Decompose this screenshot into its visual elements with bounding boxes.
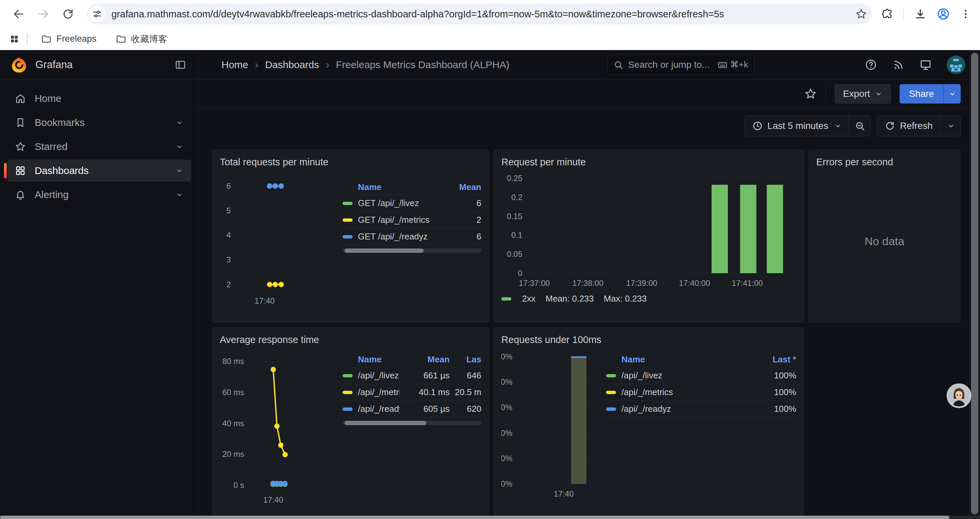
svg-text:0.15: 0.15 [507, 212, 522, 221]
bookmark-folder-blogs[interactable]: 收藏博客 [110, 30, 173, 48]
series-name[interactable]: 2xx [522, 294, 535, 304]
series-value: 40.1 ms [399, 387, 450, 398]
search-input[interactable]: Search or jump to... ⌘+k [607, 55, 754, 75]
url-bar[interactable]: grafana.mathmast.com/d/deytv4rwavabkb/fr… [87, 4, 872, 24]
share-button[interactable]: Share [900, 84, 943, 104]
extensions-button[interactable] [881, 8, 893, 20]
series-name[interactable]: /api/_/metrics [621, 387, 749, 398]
time-range-label: Last 5 minutes [767, 121, 828, 131]
legend-row[interactable]: /api/_/livez100% [606, 367, 796, 384]
sidebar-item-starred[interactable]: Starred [7, 136, 191, 158]
sidebar-toggle-button[interactable] [175, 59, 186, 71]
vertical-scrollbar[interactable] [969, 50, 980, 516]
series-value: 605 µs [399, 404, 450, 414]
floating-assistant-avatar[interactable] [947, 383, 971, 408]
legend-inline[interactable]: 2xx Mean: 0.233 Max: 0.233 [501, 294, 796, 304]
news-button[interactable] [892, 58, 905, 71]
zoom-out-button[interactable] [849, 116, 870, 136]
svg-text:17:40:00: 17:40:00 [679, 278, 710, 287]
header-icons [865, 56, 965, 74]
vertical-scrollbar-thumb[interactable] [971, 53, 978, 514]
request-per-minute-chart[interactable]: 0.250.20.150.10.05017:37:0017:38:0017:39… [501, 171, 797, 288]
user-avatar[interactable] [947, 56, 965, 74]
panel-title[interactable]: Request per minute [501, 155, 796, 169]
svg-text:100%: 100% [501, 352, 512, 361]
sidebar-nav: Home Bookmarks Starred Dashboards [0, 80, 199, 214]
bookmark-folder-freeleaps[interactable]: Freeleaps [35, 31, 102, 47]
legend-table[interactable]: NameMeanLas/api/_/livez661 µs646/api/_/m… [342, 352, 481, 514]
profile-button[interactable] [937, 7, 950, 21]
svg-text:0: 0 [518, 268, 522, 278]
refresh-interval-button[interactable] [940, 116, 960, 136]
under-100ms-chart[interactable]: 100%80%60%40%20%0%17:40 [501, 347, 601, 514]
forward-icon [37, 8, 50, 21]
series-value: 100% [749, 370, 796, 381]
apps-grid-icon[interactable] [10, 34, 19, 44]
sidebar-item-dashboards[interactable]: Dashboards [7, 160, 191, 182]
kiosk-button[interactable] [919, 58, 932, 71]
average-response-chart[interactable]: 80 ms60 ms40 ms20 ms0 s17:40 [220, 347, 339, 514]
export-button[interactable]: Export [835, 84, 891, 104]
back-button[interactable] [10, 5, 27, 23]
series-name[interactable]: /api/_/livez [621, 370, 749, 381]
bookmark-star-icon[interactable] [855, 8, 867, 20]
legend-row[interactable]: /api/_/metrics40.1 ms20.5 m [342, 384, 481, 401]
total-requests-chart[interactable]: 6543217:40 [220, 176, 339, 310]
help-button[interactable] [865, 58, 877, 71]
series-value: 620 [450, 404, 481, 414]
legend-scrollbar[interactable] [342, 421, 481, 425]
legend-row[interactable]: GET /api/_/metrics2 [342, 211, 481, 228]
downloads-button[interactable] [914, 8, 927, 21]
legend-table[interactable]: NameMeanGET /api/_/livez6GET /api/_/metr… [342, 179, 481, 310]
breadcrumb-dashboards[interactable]: Dashboards [265, 59, 319, 70]
share-menu-button[interactable] [943, 84, 961, 104]
legend-scrollbar[interactable] [342, 249, 481, 253]
breadcrumb-separator: › [255, 58, 259, 71]
legend-row[interactable]: /api/_/metrics100% [606, 384, 796, 401]
refresh-button[interactable]: Refresh [877, 116, 940, 136]
legend-row[interactable]: /api/_/readyz100% [606, 401, 796, 417]
series-name[interactable]: /api/_/metrics [358, 387, 399, 398]
sidebar-item-bookmarks[interactable]: Bookmarks [7, 112, 191, 134]
panel-title[interactable]: Errors per second [816, 155, 953, 169]
series-name[interactable]: GET /api/_/readyz [358, 232, 441, 242]
forward-button[interactable] [35, 5, 52, 23]
chevron-down-icon [175, 166, 184, 175]
legend-row[interactable]: /api/_/readyz605 µs620 [342, 401, 481, 417]
horizontal-scrollbar-thumb[interactable] [0, 516, 949, 519]
panel-title[interactable]: Average response time [220, 332, 481, 347]
legend-table[interactable]: NameLast */api/_/livez100%/api/_/metrics… [606, 352, 796, 514]
reload-button[interactable] [59, 5, 77, 23]
time-range-picker[interactable]: Last 5 minutes [745, 116, 849, 136]
series-name[interactable]: GET /api/_/metrics [358, 215, 441, 225]
panel-title[interactable]: Requests under 100ms [501, 332, 796, 347]
bookmark-icon [15, 117, 26, 128]
avatar-identicon-image [947, 56, 965, 74]
panel-total-requests: Total requests per minute 6543217:40 Nam… [212, 150, 489, 323]
favorite-dashboard-button[interactable] [804, 88, 817, 100]
horizontal-scrollbar[interactable] [0, 516, 980, 519]
svg-text:0.05: 0.05 [507, 249, 522, 259]
series-name[interactable]: /api/_/readyz [358, 404, 399, 414]
series-name[interactable]: /api/_/livez [358, 370, 399, 381]
series-name[interactable]: GET /api/_/livez [358, 198, 441, 208]
search-shortcut: ⌘+k [718, 59, 748, 70]
menu-button[interactable] [960, 8, 971, 20]
site-settings-icon[interactable] [89, 6, 105, 22]
series-name[interactable]: /api/_/readyz [621, 404, 749, 414]
star-icon [804, 88, 817, 100]
bell-icon [15, 189, 26, 200]
legend-row[interactable]: GET /api/_/livez6 [342, 195, 481, 211]
folder-icon [116, 34, 126, 45]
url-text: grafana.mathmast.com/d/deytv4rwavabkb/fr… [111, 9, 851, 20]
breadcrumb-home[interactable]: Home [221, 59, 248, 70]
legend-row[interactable]: /api/_/livez661 µs646 [342, 367, 481, 384]
sidebar-item-alerting[interactable]: Alerting [7, 184, 191, 206]
svg-text:60 ms: 60 ms [223, 388, 244, 397]
extensions-icon [881, 8, 893, 20]
panel-title[interactable]: Total requests per minute [220, 155, 481, 169]
legend-row[interactable]: GET /api/_/readyz6 [342, 228, 481, 245]
svg-text:80 ms: 80 ms [223, 357, 244, 366]
sidebar-item-home[interactable]: Home [7, 88, 191, 110]
grafana-logo[interactable] [11, 57, 27, 72]
